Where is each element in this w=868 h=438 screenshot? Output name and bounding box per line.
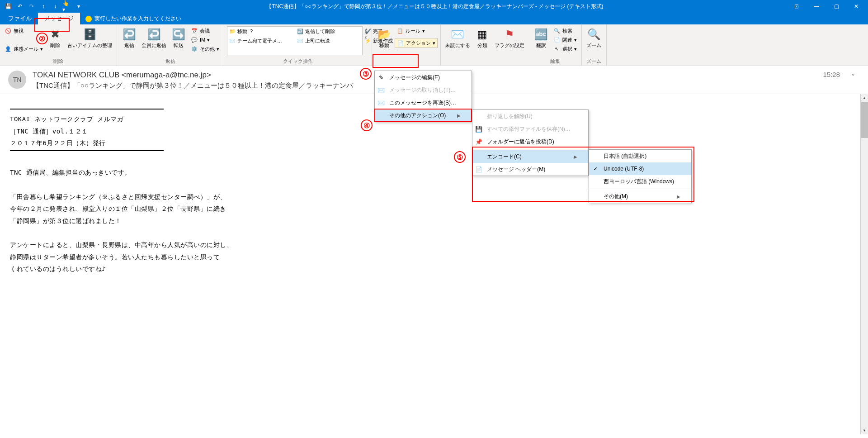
related-button[interactable]: 📄関連 ▾ — [552, 35, 579, 44]
actions-dropdown: ✎メッセージの編集(E) ✉️メッセージの取り消し(T)… ✉️このメッセージを… — [374, 71, 472, 122]
unread-button[interactable]: ✉️未読にする — [443, 26, 472, 49]
menu-post-reply-folder[interactable]: 📌フォルダーに返信を投稿(D) — [472, 135, 588, 148]
im-icon: 💬 — [191, 36, 198, 43]
reply-button[interactable]: ↩️返信 — [120, 26, 139, 49]
ignore-button[interactable]: 🚫無視 — [3, 26, 45, 35]
encoding-dropdown: 日本語 (自動選択) ✓Unicode (UTF-8) 西ヨーロッパ言語 (Wi… — [589, 149, 692, 203]
next-icon[interactable]: ↓ — [51, 2, 60, 11]
move-button[interactable]: 📂移動 — [375, 26, 394, 49]
menu-unwrap: 折り返しを解除(U) — [472, 110, 588, 123]
menu-encoding-utf8[interactable]: ✓Unicode (UTF-8) — [589, 162, 691, 175]
ribbon-group-edit: 🔤翻訳 🔍検索 📄関連 ▾ ↖選択 ▾ 編集 — [529, 24, 582, 66]
zoom-button[interactable]: 🔍ズーム — [585, 26, 604, 49]
menu-encoding-other[interactable]: その他(M)▶ — [589, 190, 691, 203]
reply-all-icon: ↩️ — [147, 27, 161, 42]
archive-icon: 🗄️ — [83, 27, 97, 42]
prev-icon[interactable]: ↑ — [39, 2, 48, 11]
select-icon: ↖ — [553, 45, 561, 52]
ribbon-group-respond: ↩️返信 ↩️全員に返信 ↪️転送 📅会議 💬IM ▾ ⚙️その他 ▾ 返信 — [117, 24, 224, 66]
im-button[interactable]: 💬IM ▾ — [189, 35, 221, 44]
junk-mail-button[interactable]: 👤迷惑メール ▾ — [3, 44, 45, 53]
window-controls: ⊡ — ▢ ✕ — [787, 0, 866, 13]
scroll-down-button[interactable]: ▼ — [861, 427, 868, 434]
delete-button[interactable]: ✖削除 — [46, 26, 65, 49]
collapse-header-button[interactable]: ⌄ — [851, 71, 860, 77]
sender-avatar: TN — [8, 71, 26, 89]
headers-icon: 📄 — [474, 165, 483, 174]
tab-message[interactable]: メッセージ — [38, 13, 80, 24]
scroll-up-button[interactable]: ▲ — [861, 94, 868, 102]
body-line: 「田舎暮らし希望ランキング（※ふるさと回帰支援センター調べ）」が、 — [10, 191, 850, 203]
menu-save-attachments: 💾すべての添付ファイルを保存(N)… — [472, 123, 588, 135]
more-respond-button[interactable]: ⚙️その他 ▾ — [189, 44, 221, 53]
check-icon: ✓ — [591, 166, 600, 172]
rules-icon: 📋 — [396, 27, 404, 34]
meeting-button[interactable]: 📅会議 — [189, 26, 221, 35]
tab-file[interactable]: ファイル — [2, 13, 38, 24]
menu-other-actions[interactable]: その他のアクション(O)▶ — [375, 109, 472, 122]
menu-headers[interactable]: 📄メッセージ ヘッダー(M) — [472, 163, 588, 176]
menu-edit-message[interactable]: ✎メッセージの編集(E) — [375, 71, 472, 84]
ribbon: 🚫無視 👤迷惑メール ▾ ✖削除 🗄️古いアイテムの整理 削除 ↩️返信 ↩️全… — [0, 24, 868, 66]
menu-recall-message: ✉️メッセージの取り消し(T)… — [375, 84, 472, 96]
minimize-button[interactable]: — — [807, 0, 826, 13]
translate-button[interactable]: 🔤翻訳 — [532, 26, 551, 49]
body-line: TNC 通信局、編集担当のあっきいです。 — [10, 167, 850, 179]
ribbon-options-icon[interactable]: ⊡ — [787, 0, 807, 13]
close-button[interactable]: ✕ — [846, 0, 866, 13]
ignore-icon: 🚫 — [5, 27, 12, 34]
menu-encoding[interactable]: エンコード(C)▶ — [472, 150, 588, 163]
move-icon: 📂 — [377, 27, 392, 42]
maximize-button[interactable]: ▢ — [826, 0, 846, 13]
qs-boss[interactable]: ✉️上司に転送 — [295, 36, 363, 46]
flag-button[interactable]: ⚑フラグの設定 — [493, 26, 526, 49]
menu-resend-message[interactable]: ✉️このメッセージを再送(S)… — [375, 96, 472, 109]
quicksteps-gallery[interactable]: 📁移動: ? ✉️チーム宛て電子メ… ↩️返信して削除 ✉️上司に転送 ✔️完了… — [227, 26, 363, 55]
titlebar: 💾 ↶ ↷ ↑ ↓ 👆▾ ▾ 【TNC通信】「○○ランキング」で静岡が第３位！／… — [0, 0, 868, 13]
tell-me-search[interactable]: 実行したい作業を入力してください — [85, 15, 181, 24]
archive-button[interactable]: 🗄️古いアイテムの整理 — [66, 26, 114, 49]
redo-icon[interactable]: ↷ — [27, 2, 36, 11]
resend-icon: ✉️ — [377, 98, 386, 107]
find-icon: 🔍 — [553, 27, 561, 34]
tell-me-label: 実行したい作業を入力してください — [94, 15, 181, 23]
categorize-button[interactable]: ▦分類 — [473, 26, 492, 49]
translate-icon: 🔤 — [534, 27, 548, 42]
reply-all-button[interactable]: ↩️全員に返信 — [140, 26, 168, 49]
ribbon-group-delete: 🚫無視 👤迷惑メール ▾ ✖削除 🗄️古いアイテムの整理 削除 — [0, 24, 117, 66]
reply-icon: ↩️ — [122, 27, 137, 42]
touch-mode-icon[interactable]: 👆▾ — [62, 2, 71, 11]
qs-move[interactable]: 📁移動: ? — [227, 27, 295, 36]
forward-button[interactable]: ↪️転送 — [169, 26, 188, 49]
scroll-thumb[interactable] — [861, 102, 868, 138]
body-line: 今年の２月に発表され、殿堂入りの１位「山梨県」２位「長野県」に続き — [10, 203, 850, 215]
rules-button[interactable]: 📋ルール ▾ — [395, 26, 438, 35]
delete-icon: ✖ — [48, 27, 62, 42]
menu-separator — [472, 149, 588, 149]
menu-separator — [589, 189, 691, 189]
ribbon-group-quicksteps: 📁移動: ? ✉️チーム宛て電子メ… ↩️返信して削除 ✉️上司に転送 ✔️完了… — [224, 24, 372, 66]
more-icon: ⚙️ — [191, 45, 198, 52]
actions-button[interactable]: 📄アクション ▾ — [395, 38, 438, 48]
flag-icon: ⚑ — [502, 27, 517, 42]
divider — [10, 150, 164, 151]
qs-team[interactable]: ✉️チーム宛て電子メ… — [227, 36, 295, 46]
undo-icon[interactable]: ↶ — [15, 2, 24, 11]
menu-encoding-western[interactable]: 西ヨーロッパ言語 (Windows) — [589, 175, 691, 188]
qs-reply-delete[interactable]: ↩️返信して削除 — [295, 27, 363, 36]
body-line: くれているのはうれしいですね♪ — [10, 263, 850, 275]
menu-encoding-auto-jp[interactable]: 日本語 (自動選択) — [589, 150, 691, 162]
customize-qat-icon[interactable]: ▾ — [74, 2, 83, 11]
edit-message-icon: ✎ — [377, 73, 386, 82]
quicksteps-expand[interactable]: ▲▼⊻ — [363, 26, 369, 40]
vertical-scrollbar[interactable]: ▲ ▼ — [860, 94, 868, 434]
find-button[interactable]: 🔍検索 — [552, 26, 579, 35]
body-line: ２０１７年6月２２日（木）発行 — [10, 137, 850, 149]
select-button[interactable]: ↖選択 ▾ — [552, 44, 579, 53]
save-attach-icon: 💾 — [474, 124, 483, 133]
quick-access-toolbar: 💾 ↶ ↷ ↑ ↓ 👆▾ ▾ — [2, 2, 83, 11]
divider — [10, 109, 164, 110]
save-icon[interactable]: 💾 — [4, 2, 13, 11]
recall-icon: ✉️ — [377, 86, 386, 95]
forward-boss-icon: ✉️ — [297, 38, 303, 44]
